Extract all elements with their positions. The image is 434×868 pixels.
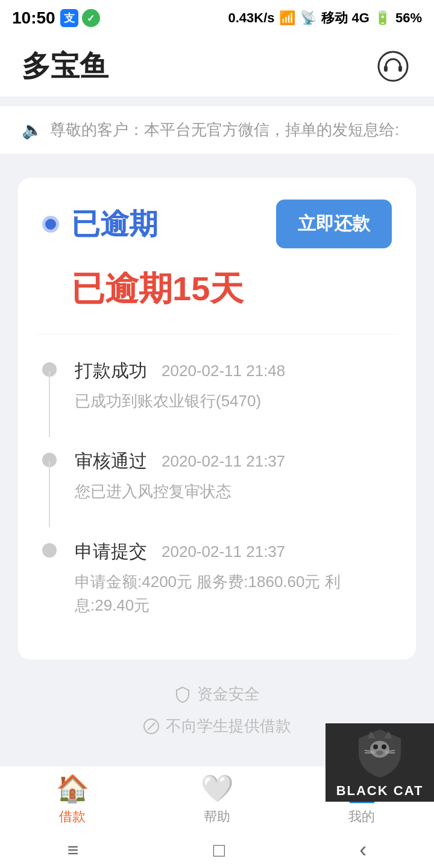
- svg-point-8: [376, 750, 383, 755]
- timeline-time-3: 2020-02-11 21:37: [162, 542, 285, 561]
- home-nav-icon: 🏠: [56, 773, 89, 804]
- nav-label-help: 帮助: [204, 808, 230, 826]
- app-icon: ✓: [82, 9, 100, 27]
- overdue-dot: [42, 216, 59, 233]
- support-button[interactable]: [374, 47, 412, 86]
- system-bar: ≡ □ ‹: [0, 832, 434, 868]
- timeline-desc-1: 已成功到账农业银行(5470): [75, 389, 285, 413]
- overdue-days-suffix: 天: [210, 269, 244, 307]
- black-cat-watermark: BLACK CAT: [326, 723, 434, 802]
- overdue-days-number: 15: [172, 269, 210, 307]
- black-cat-shield-svg: [353, 726, 407, 781]
- timeline-content-3: 申请提交 2020-02-11 21:37 申请金额:4200元 服务费:186…: [75, 539, 392, 617]
- timeline-title-1: 打款成功: [75, 359, 147, 383]
- shield-icon-2: [143, 718, 160, 735]
- back-button[interactable]: ‹: [359, 837, 366, 863]
- black-cat-text: BLACK CAT: [336, 783, 424, 799]
- timeline-dot-2: [42, 453, 57, 467]
- timeline-title-2: 审核通过: [75, 449, 147, 474]
- svg-point-6: [373, 744, 378, 749]
- overdue-left: 已逾期: [42, 205, 158, 244]
- notice-divider: [0, 154, 434, 166]
- overdue-section: 已逾期 立即还款: [18, 178, 416, 266]
- timeline-dot-3: [42, 543, 57, 558]
- heart-nav-icon: 🤍: [201, 773, 234, 804]
- home-button[interactable]: □: [213, 839, 225, 861]
- status-card: 已逾期 立即还款 已逾期15天 打款成功 2020-02-11 21:48: [18, 178, 416, 659]
- security-item-1: 资金安全: [174, 684, 260, 705]
- timeline-time-2: 2020-02-11 21:37: [162, 452, 285, 471]
- timeline-content-1: 打款成功 2020-02-11 21:48 已成功到账农业银行(5470): [75, 359, 285, 413]
- network-speed: 0.43K/s: [228, 10, 274, 26]
- timeline-desc-2: 您已进入风控复审状态: [75, 480, 285, 503]
- header: 多宝鱼: [0, 36, 434, 96]
- main-content: 已逾期 立即还款 已逾期15天 打款成功 2020-02-11 21:48: [0, 166, 434, 761]
- svg-point-7: [382, 744, 386, 749]
- timeline-header-3: 申请提交 2020-02-11 21:37: [75, 539, 392, 564]
- overdue-days-section: 已逾期15天: [18, 266, 416, 334]
- timeline-dot-1: [42, 362, 57, 377]
- nav-item-loan[interactable]: 🏠 借款: [0, 773, 145, 826]
- svg-line-4: [148, 723, 155, 730]
- status-icons: 支 ✓: [60, 9, 100, 27]
- wifi-icon: 📶: [279, 10, 295, 26]
- timeline-item-2: 审核通过 2020-02-11 21:37 您已进入风控复审状态: [42, 431, 392, 521]
- overdue-days-prefix: 已逾期: [71, 269, 172, 307]
- menu-button[interactable]: ≡: [68, 839, 79, 861]
- overdue-days-text: 已逾期15天: [65, 280, 244, 305]
- timeline-time-1: 2020-02-11 21:48: [162, 362, 285, 380]
- repay-button[interactable]: 立即还款: [276, 200, 392, 248]
- timeline-item-3: 申请提交 2020-02-11 21:37 申请金额:4200元 服务费:186…: [42, 521, 392, 635]
- timeline-desc-3: 申请金额:4200元 服务费:1860.60元 利息:29.40元: [75, 570, 392, 617]
- status-bar: 10:50 支 ✓ 0.43K/s 📶 📡 移动 4G 🔋 56%: [0, 0, 434, 36]
- timeline-title-3: 申请提交: [75, 539, 147, 564]
- notice-banner: 🔈 尊敬的客户：本平台无官方微信，掉单的发短息给:: [0, 106, 434, 154]
- alipay-icon: 支: [60, 9, 78, 27]
- overdue-title: 已逾期: [71, 205, 158, 244]
- security-text-2: 不向学生提供借款: [166, 715, 291, 737]
- carrier-label: 移动 4G: [321, 9, 369, 27]
- timeline-header-2: 审核通过 2020-02-11 21:37: [75, 449, 285, 474]
- timeline-item: 打款成功 2020-02-11 21:48 已成功到账农业银行(5470): [42, 341, 392, 431]
- nav-label-loan: 借款: [59, 808, 86, 826]
- svg-rect-1: [384, 66, 388, 72]
- header-divider: [0, 96, 434, 106]
- timeline-header-1: 打款成功 2020-02-11 21:48: [75, 359, 285, 383]
- battery-level: 56%: [395, 10, 422, 26]
- signal-icon: 📡: [300, 10, 316, 26]
- shield-icon-1: [174, 686, 191, 703]
- status-left: 10:50 支 ✓: [12, 8, 100, 28]
- security-item-2: 不向学生提供借款: [143, 715, 291, 737]
- security-text-1: 资金安全: [197, 684, 260, 705]
- timeline-content-2: 审核通过 2020-02-11 21:37 您已进入风控复审状态: [75, 449, 285, 503]
- app-title: 多宝鱼: [22, 47, 108, 86]
- speaker-icon: 🔈: [22, 120, 43, 140]
- timeline-section: 打款成功 2020-02-11 21:48 已成功到账农业银行(5470) 审核…: [18, 335, 416, 659]
- notice-text: 尊敬的客户：本平台无官方微信，掉单的发短息给:: [50, 119, 399, 140]
- status-right: 0.43K/s 📶 📡 移动 4G 🔋 56%: [228, 9, 422, 27]
- nav-label-mine: 我的: [348, 808, 375, 826]
- battery-icon: 🔋: [374, 10, 391, 26]
- svg-point-0: [379, 52, 407, 81]
- nav-item-help[interactable]: 🤍 帮助: [145, 773, 289, 826]
- svg-rect-2: [398, 66, 402, 72]
- status-time: 10:50: [12, 8, 55, 28]
